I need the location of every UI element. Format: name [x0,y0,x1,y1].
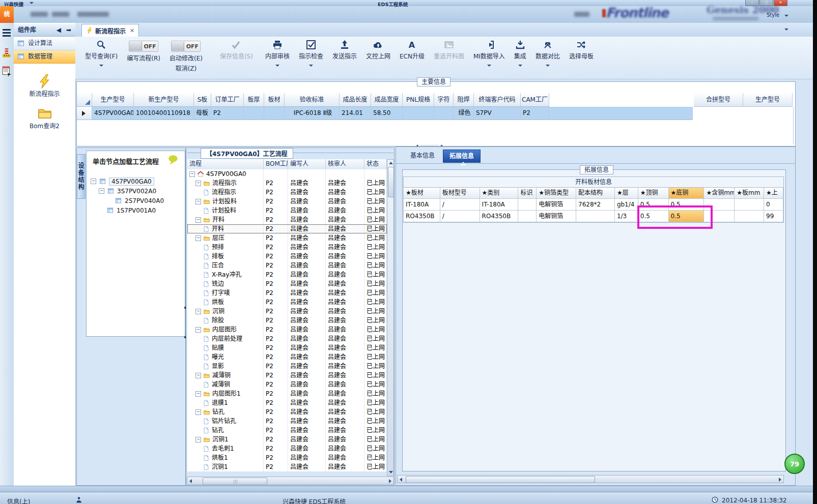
scroll-right-icon[interactable] [779,478,781,482]
factory-tower-icon[interactable] [1,47,12,58]
process-row[interactable]: 计划投料P2吕建会吕建会已上网 [187,206,387,215]
tree-toggle-icon[interactable]: − [195,217,201,223]
process-row[interactable]: 内层前处理P2吕建会吕建会已上网 [187,334,387,343]
splitter-handle[interactable]: ▾ ·········· ▾ [416,143,443,148]
column-header[interactable]: 合拼型号 [694,93,743,107]
column-header[interactable]: PNL规格 [403,93,434,107]
process-row[interactable]: 预排P2吕建会吕建会已上网 [187,243,387,252]
column-header[interactable]: 字符 [434,93,454,107]
dropdown-caret-icon[interactable] [309,65,313,67]
process-column-header[interactable]: 编写人 [288,159,326,169]
tab-close-icon[interactable]: ✕ [130,27,134,34]
tree-toggle-icon[interactable]: − [195,309,201,314]
process-row[interactable]: −沉铜P2吕建会吕建会已上网 [187,307,387,316]
scroll-up-icon[interactable] [389,162,393,164]
device-tree-node[interactable]: −3S7PV002A0 [99,186,156,196]
process-row[interactable]: 压合P2吕建会吕建会已上网 [187,261,387,270]
device-structure-tab[interactable]: 设备结构 [77,154,86,199]
hamburger-icon[interactable] [3,29,14,37]
process-row[interactable]: 贴膜P2吕建会吕建会已上网 [187,343,387,352]
minimize-button[interactable]: ‒ [745,0,759,6]
material-column-header[interactable]: ★板mm [735,188,764,199]
column-header[interactable]: 生产型号 [743,93,793,107]
integrate-button[interactable]: 集成 [510,37,531,67]
internal-audit-button[interactable]: 内部审核 [261,37,294,67]
scroll-thumb[interactable] [406,476,595,483]
info-hscrollbar[interactable] [397,475,784,483]
process-column-header[interactable]: 核审人 [326,159,364,169]
document-window-icon[interactable] [1,66,12,77]
process-row[interactable]: −流程指示P2吕建会吕建会已上网 [187,179,387,188]
material-column-header[interactable]: ★板材 [404,188,440,199]
instruction-check-button[interactable]: 指示检查 [294,37,328,67]
device-tree-node[interactable]: −4S7PV00GA0 [91,176,154,186]
send-instruction-button[interactable]: 发送指示 [328,37,361,60]
process-row[interactable]: X-Ray冲孔P2吕建会吕建会已上网 [187,270,387,279]
material-column-header[interactable]: ★类别 [480,188,519,199]
start-modify-button[interactable]: OFF启动修改(E)取消(Z) [165,37,207,72]
scroll-right-icon[interactable] [389,479,391,483]
scroll-left-icon[interactable] [189,479,192,483]
column-header[interactable]: 板厚 [244,93,264,107]
blurred-menu-item[interactable] [52,12,69,17]
process-row[interactable]: 排板P2吕建会吕建会已上网 [187,252,387,261]
process-row[interactable]: 烘板P2吕建会吕建会已上网 [187,298,387,307]
process-row[interactable]: −沉铜1P2吕建会吕建会已上网 [187,435,387,444]
process-row[interactable]: 铝片钻孔P2吕建会吕建会已上网 [187,417,387,426]
tree-toggle-icon[interactable]: − [189,171,195,177]
column-header[interactable]: 订单工厂 [211,93,244,107]
process-row[interactable]: −4S7PV00GA0 [187,169,387,179]
process-row[interactable]: 沉铜1P2吕建会吕建会已上网 [187,462,387,471]
material-column-header[interactable]: ★含铜mm [704,188,735,199]
dropdown-caret-icon[interactable] [275,65,279,67]
toggle-switch[interactable]: OFF [129,41,158,52]
tree-toggle-icon[interactable]: − [195,235,201,241]
sidebar-item-data-management[interactable]: 数据管理 [14,50,75,64]
app-menu-caret-icon[interactable] [30,2,34,4]
process-row[interactable]: 开料P2吕建会吕建会已上网 [187,224,387,233]
material-column-header[interactable]: 配本结构 [576,188,615,199]
blurred-help-menu[interactable] [574,12,589,17]
process-row[interactable]: −开料P2吕建会吕建会已上网 [187,215,387,224]
style-selector[interactable]: Style [767,11,788,18]
notification-badge[interactable]: 79 [784,454,805,474]
process-row[interactable]: 打字唛P2吕建会吕建会已上网 [187,288,387,298]
dropdown-caret-icon[interactable] [99,65,103,67]
sidebar-tool-new-flow-instruction[interactable]: 新流程指示 [14,74,75,98]
blurred-menu-item[interactable] [31,12,48,17]
material-column-header[interactable]: 板材型号 [440,188,480,199]
tree-toggle-icon[interactable]: − [195,391,201,397]
ecn-upgrade-button[interactable]: AECN升级 [395,37,429,60]
process-row[interactable]: −内层图形P2吕建会吕建会已上网 [187,325,387,334]
process-row[interactable]: 显影P2吕建会吕建会已上网 [187,362,387,371]
process-hscrollbar[interactable] [187,477,394,485]
process-column-header[interactable]: 流程 [187,159,264,169]
tree-toggle-icon[interactable]: − [195,437,201,442]
scroll-down-icon[interactable] [389,471,393,473]
process-row[interactable]: 烘板1P2吕建会吕建会已上网 [187,453,387,462]
column-header[interactable]: 成品宽度 [371,93,403,107]
column-header[interactable]: 生产型号 [92,93,134,107]
process-row[interactable]: 铣边P2吕建会吕建会已上网 [187,279,387,288]
process-row[interactable]: −计划投料P2吕建会吕建会已上网 [187,197,387,206]
close-button[interactable]: ✕ [774,0,787,6]
write-flow-button[interactable]: OFF编写流程(R) [122,37,165,62]
toggle-switch[interactable]: OFF [171,41,201,52]
process-row[interactable]: 流程指示P2吕建会吕建会已上网 [187,188,387,197]
column-header[interactable]: S板 [194,93,211,107]
process-row[interactable]: 退膜1P2吕建会吕建会已上网 [187,398,387,407]
info-tab-extended[interactable]: 拓展信息 [443,150,481,163]
column-header[interactable]: 新生产型号 [134,93,194,107]
tree-toggle-icon[interactable]: − [195,373,201,378]
doc-upload-button[interactable]: 文控上网 [361,37,395,60]
system-tab[interactable]: 统 [0,6,14,23]
sidebar-tool-bom-query2[interactable]: Bom查询2 [14,106,75,130]
scroll-thumb[interactable] [388,167,394,197]
tree-toggle-icon[interactable]: − [99,188,104,194]
material-column-header[interactable]: ★顶铜 [638,188,669,199]
dropdown-caret-icon[interactable] [518,65,522,67]
select-motherboard-button[interactable]: 选择母板 [565,37,598,60]
scroll-thumb[interactable] [203,478,267,485]
material-row[interactable]: IT-180A/IT-180A电解铜箔7628*2gb1/40.50.50 [404,199,783,211]
collapse-left-icon[interactable]: ◀ [57,24,61,36]
